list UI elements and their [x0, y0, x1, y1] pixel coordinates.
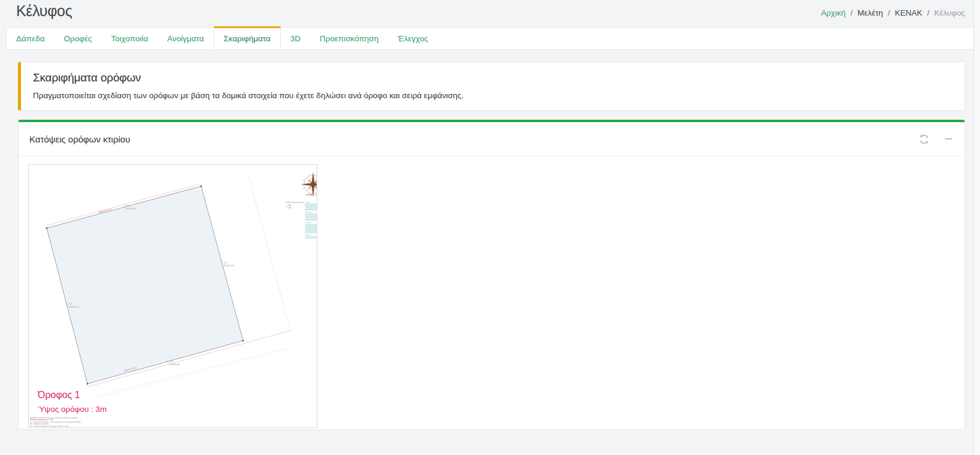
svg-text:Ανοίγματα: Ανοίγματα [306, 211, 313, 214]
breadcrumb-meleti[interactable]: Μελέτη [857, 8, 883, 17]
breadcrumb-separator: / [927, 8, 930, 17]
breadcrumb-separator: / [888, 8, 890, 17]
breadcrumb-kenak[interactable]: ΚΕΝΑΚ [895, 8, 923, 17]
tab-skarifimata[interactable]: Σκαριφήματα [214, 26, 281, 49]
svg-text:Δάπεδα: Δάπεδα [306, 234, 312, 236]
panel-title: Κατόψεις ορόφων κτιρίου [29, 134, 130, 144]
floor-label: Όροφος 1 [37, 390, 80, 400]
page-header: Κέλυφος Αρχική / Μελέτη / ΚΕΝΑΚ / Κέλυφο… [0, 0, 980, 28]
refresh-icon [919, 134, 929, 144]
legend-table: Κωδικός δομικού στοιχείου Τ.1 (ΒΔ) Τ.2 (… [286, 201, 317, 243]
tab-bar: Δάπεδα Οροφές Τοιχοποιία Ανοίγματα Σκαρι… [6, 28, 974, 50]
page-title: Κέλυφος [16, 2, 72, 20]
floorplans-panel: Κατόψεις ορόφων κτιρίου [18, 120, 965, 430]
svg-text:8.30/3.00: 8.30/3.00 [224, 264, 234, 267]
minus-icon [945, 138, 952, 140]
refresh-button[interactable] [918, 133, 930, 145]
svg-text:Τ.1 (ΒΔ): Τ.1 (ΒΔ) [286, 204, 292, 207]
floorplan-card: ΒΔ=(+1.5) ΝΑ=(+1.5) Τ.1 8.30/3.00 Τ.2 8.… [28, 164, 317, 428]
boundary-line [248, 173, 289, 326]
tab-elegxos[interactable]: Έλεγχος [388, 28, 438, 49]
collapse-button[interactable] [943, 137, 954, 141]
svg-text:Κωδικός δομικού στοιχείου: Κωδικός δομικού στοιχείου [286, 201, 304, 204]
svg-text:Τ.2 (ΝΑ): Τ.2 (ΝΑ) [286, 207, 292, 209]
svg-text:8.30/3.00: 8.30/3.00 [169, 363, 180, 366]
tab-anoigmata[interactable]: Ανοίγματα [157, 28, 213, 49]
svg-text:8.30/3.00: 8.30/3.00 [69, 305, 79, 308]
svg-text:Οροφές: Οροφές [306, 222, 312, 224]
vertex-dot [242, 340, 244, 342]
floor-outline [47, 186, 243, 384]
panel-header: Κατόψεις ορόφων κτιρίου [19, 122, 964, 156]
panel-body: ΒΔ=(+1.5) ΝΑ=(+1.5) Τ.1 8.30/3.00 Τ.2 8.… [19, 156, 964, 436]
tab-dapeda[interactable]: Δάπεδα [7, 28, 54, 49]
info-box-title: Σκαριφήματα ορόφων [33, 71, 952, 84]
panel-tools [918, 133, 954, 145]
breadcrumb: Αρχική / Μελέτη / ΚΕΝΑΚ / Κέλυφος [821, 8, 965, 17]
tab-toixopoiia[interactable]: Τοιχοποιία [101, 28, 157, 49]
floorplan-drawing: ΒΔ=(+1.5) ΝΑ=(+1.5) Τ.1 8.30/3.00 Τ.2 8.… [29, 165, 317, 428]
vertex-dot [87, 383, 89, 385]
breadcrumb-separator: / [850, 8, 852, 17]
scrollbar[interactable] [974, 0, 980, 455]
compass-caption: ΒΟΡΡΑΣ - κάτοψη [306, 194, 317, 196]
floor-height-label: Ύψος ορόφου : 3m [38, 405, 107, 414]
tab-3d[interactable]: 3D [281, 28, 310, 49]
breadcrumb-current: Κέλυφος [934, 8, 965, 17]
info-box-description: Πραγματοποιείται σχεδίαση των ορόφων με … [33, 91, 952, 100]
vertex-dot [201, 186, 202, 187]
tab-orofes[interactable]: Οροφές [54, 28, 101, 49]
vertex-dot [46, 228, 48, 229]
info-box: Σκαριφήματα ορόφων Πραγματοποιείται σχεδ… [18, 62, 965, 111]
svg-text:Τοίχοι: Τοίχοι [306, 201, 310, 204]
svg-text:8.30/3.00: 8.30/3.00 [126, 207, 136, 210]
svg-text:Δ.χ : Δομικά στοιχεία σε επαφή: Δ.χ : Δομικά στοιχεία σε επαφή με έδαφος… [30, 425, 69, 427]
tab-proepiskopisi[interactable]: Προεπισκόπηση [310, 28, 388, 49]
breadcrumb-home[interactable]: Αρχική [821, 8, 845, 17]
compass-rose-icon [301, 172, 317, 197]
plan-footer-notes: Σχεδίαση με βάση τα δηλωμένα δομικά στοι… [30, 417, 81, 427]
